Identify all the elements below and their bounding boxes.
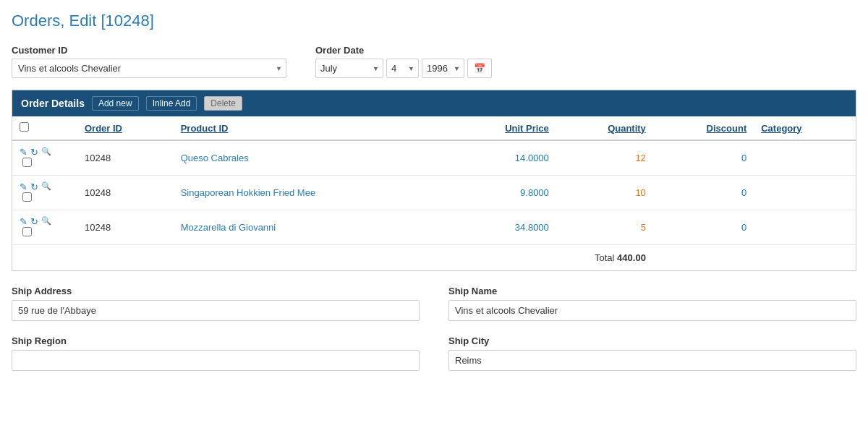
ship-city-input[interactable] <box>448 350 856 371</box>
cell-quantity: 10 <box>556 176 653 210</box>
search-icon[interactable]: 🔍 <box>41 147 51 158</box>
ship-address-group: Ship Address <box>12 286 420 321</box>
cell-product-id: Queso Cabrales <box>174 140 448 176</box>
cell-product-id: Singaporean Hokkien Fried Mee <box>174 176 448 210</box>
order-details-section: Order Details Add new Inline Add Delete … <box>12 90 856 271</box>
customer-id-group: Customer ID Vins et alcools Chevalier <box>12 45 286 78</box>
total-label: Total <box>595 252 614 263</box>
row-checkbox[interactable] <box>22 227 32 236</box>
select-all-checkbox[interactable] <box>20 122 29 132</box>
ship-name-input[interactable] <box>448 300 856 321</box>
row-actions: ✎ ↻ 🔍 <box>20 216 70 227</box>
search-icon[interactable]: 🔍 <box>41 216 51 227</box>
row-actions: ✎ ↻ 🔍 <box>20 181 70 192</box>
row-actions-cell: ✎ ↻ 🔍 <box>12 140 77 176</box>
edit-icon[interactable]: ✎ <box>20 181 27 192</box>
edit-icon[interactable]: ✎ <box>20 147 27 158</box>
inline-add-button[interactable]: Inline Add <box>146 96 197 111</box>
row-actions: ✎ ↻ 🔍 <box>20 147 70 158</box>
table-header-row: Order ID Product ID Unit Price Quantity … <box>12 116 856 140</box>
refresh-icon[interactable]: ↻ <box>30 147 38 158</box>
cell-category <box>754 140 856 176</box>
ship-city-label: Ship City <box>448 335 856 346</box>
table-row: ✎ ↻ 🔍 10248 Singaporean Hokkien Fried Me… <box>12 176 856 210</box>
th-quantity[interactable]: Quantity <box>556 116 653 140</box>
cell-discount: 0 <box>653 210 754 245</box>
th-actions <box>12 116 77 140</box>
cell-order-id: 10248 <box>77 176 174 210</box>
cell-quantity: 5 <box>556 210 653 245</box>
day-select[interactable]: 4 1235 678910 <box>386 59 419 78</box>
cell-unit-price: 34.8000 <box>448 210 556 245</box>
customer-id-select[interactable]: Vins et alcools Chevalier <box>12 59 286 78</box>
customer-select-wrapper[interactable]: Vins et alcools Chevalier <box>12 59 286 78</box>
order-details-title: Order Details <box>21 98 85 109</box>
delete-button[interactable]: Delete <box>204 96 242 111</box>
cell-unit-price: 9.8000 <box>448 176 556 210</box>
row-checkbox[interactable] <box>22 158 32 167</box>
th-discount[interactable]: Discount <box>653 116 754 140</box>
ship-city-group: Ship City <box>448 335 856 371</box>
th-order-id[interactable]: Order ID <box>77 116 174 140</box>
ship-region-input[interactable] <box>12 350 420 371</box>
ship-name-label: Ship Name <box>448 286 856 296</box>
refresh-icon[interactable]: ↻ <box>30 181 38 192</box>
row-actions-cell: ✎ ↻ 🔍 <box>12 210 77 245</box>
th-category[interactable]: Category <box>754 116 856 140</box>
customer-id-label: Customer ID <box>12 45 286 56</box>
top-form: Customer ID Vins et alcools Chevalier Or… <box>12 45 856 78</box>
th-product-id[interactable]: Product ID <box>174 116 448 140</box>
order-details-table: Order ID Product ID Unit Price Quantity … <box>12 116 856 270</box>
search-icon[interactable]: 🔍 <box>41 181 51 192</box>
day-select-wrapper[interactable]: 4 1235 678910 <box>386 59 419 78</box>
refresh-icon[interactable]: ↻ <box>30 216 38 227</box>
calendar-button[interactable]: 📅 <box>467 59 492 78</box>
cell-discount: 0 <box>653 176 754 210</box>
order-details-header: Order Details Add new Inline Add Delete <box>12 90 856 116</box>
ship-region-label: Ship Region <box>12 335 420 346</box>
cell-category <box>754 210 856 245</box>
cell-order-id: 10248 <box>77 210 174 245</box>
ship-region-group: Ship Region <box>12 335 420 371</box>
cell-product-id: Mozzarella di Giovanni <box>174 210 448 245</box>
cell-order-id: 10248 <box>77 140 174 176</box>
row-actions-cell: ✎ ↻ 🔍 <box>12 176 77 210</box>
month-select-wrapper[interactable]: July January February March April May Ju… <box>315 59 383 78</box>
cell-category <box>754 176 856 210</box>
edit-icon[interactable]: ✎ <box>20 216 27 227</box>
month-select[interactable]: July January February March April May Ju… <box>315 59 383 78</box>
year-select-wrapper[interactable]: 1996 1994199519971998 <box>422 59 464 78</box>
year-select[interactable]: 1996 1994199519971998 <box>422 59 464 78</box>
table-row: ✎ ↻ 🔍 10248 Mozzarella di Giovanni 34.80… <box>12 210 856 245</box>
add-new-button[interactable]: Add new <box>92 96 139 111</box>
cell-discount: 0 <box>653 140 754 176</box>
cell-quantity: 12 <box>556 140 653 176</box>
order-date-label: Order Date <box>315 45 492 56</box>
th-unit-price[interactable]: Unit Price <box>448 116 556 140</box>
page-title: Orders, Edit [10248] <box>12 12 856 30</box>
total-value: 440.00 <box>617 252 646 263</box>
ship-address-label: Ship Address <box>12 286 420 296</box>
row-checkbox[interactable] <box>22 192 32 202</box>
order-date-group: Order Date July January February March A… <box>315 45 492 78</box>
cell-unit-price: 14.0000 <box>448 140 556 176</box>
date-group: July January February March April May Ju… <box>315 59 492 78</box>
bottom-form: Ship Address Ship Name Ship Region Ship … <box>12 286 856 371</box>
ship-name-group: Ship Name <box>448 286 856 321</box>
ship-address-input[interactable] <box>12 300 420 321</box>
total-row: Total 440.00 <box>12 245 856 271</box>
table-row: ✎ ↻ 🔍 10248 Queso Cabrales 14.0000 12 0 <box>12 140 856 176</box>
